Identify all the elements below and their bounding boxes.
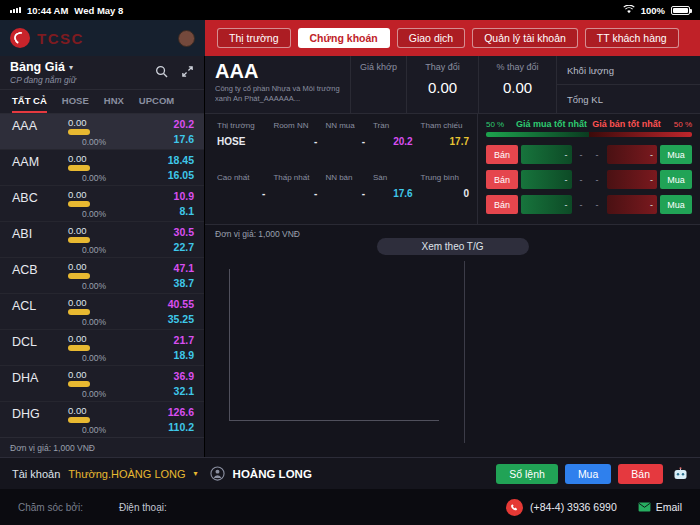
sell-button[interactable]: Bán	[486, 170, 518, 189]
ceiling-value: 20.2	[373, 136, 413, 147]
buy-volume: -	[521, 145, 572, 164]
order-book-button[interactable]: Sổ lệnh	[496, 464, 558, 484]
tab-giao-dich[interactable]: Giao dịch	[397, 28, 465, 48]
chart-x-axis	[229, 420, 439, 421]
ceiling-label: Trần	[373, 121, 413, 130]
buy-price: -	[575, 145, 588, 164]
tab-chung-khoan[interactable]: Chứng khoán	[298, 28, 390, 48]
status-bar: 10:44 AM Wed May 8 100%	[0, 0, 700, 20]
stock-floor-price: 32.1	[174, 385, 194, 397]
tab-tt-khach-hang[interactable]: TT khách hàng	[585, 28, 679, 48]
account-chevron-down-icon[interactable]: ▾	[194, 469, 198, 478]
sidebar-unit-note: Đơn vị giá: 1,000 VNĐ	[0, 437, 204, 457]
sell-price: -	[591, 195, 604, 214]
sell-button[interactable]: Bán	[486, 195, 518, 214]
buy-order-button[interactable]: Mua	[565, 464, 611, 484]
buy-button[interactable]: Mua	[660, 145, 692, 164]
user-name: HOÀNG LONG	[233, 468, 312, 480]
buy-button[interactable]: Mua	[660, 195, 692, 214]
holding-bar	[68, 381, 90, 387]
matched-price-label: Giá khớp	[360, 62, 397, 72]
chart-divider	[464, 261, 465, 443]
sell-order-button[interactable]: Bán	[618, 464, 663, 484]
detail-symbol: AAA	[215, 60, 340, 82]
stock-ceiling-price: 40.55	[168, 298, 194, 310]
buy-sell-pressure-bar	[486, 132, 692, 137]
filter-tab-upcom[interactable]: UPCOM	[139, 90, 174, 113]
filter-tab-hose[interactable]: HOSE	[62, 90, 89, 113]
stock-value: 0.00	[68, 153, 87, 164]
holding-bar	[68, 165, 90, 171]
buy-button[interactable]: Mua	[660, 170, 692, 189]
battery-icon	[671, 6, 690, 15]
info-grid: Thị trườngHOSE Room NN- NN mua- Trần20.2…	[205, 114, 477, 224]
stock-symbol: AAM	[12, 155, 60, 169]
stock-row-ACL[interactable]: ACL 0.000.00% 40.5535.25	[0, 294, 204, 330]
stock-floor-price: 110.2	[168, 421, 194, 433]
footer: Chăm sóc bởi: Điện thoại: (+84-4) 3936 6…	[0, 489, 700, 525]
stock-symbol: ACL	[12, 299, 60, 313]
chatbot-icon[interactable]	[673, 467, 688, 481]
stock-percent: 0.00%	[82, 245, 106, 255]
stock-ceiling-price: 21.7	[174, 334, 194, 346]
stock-value: 0.00	[68, 405, 87, 416]
stock-row-AAA[interactable]: AAA 0.000.00% 20.217.6	[0, 114, 204, 150]
filter-tab-hnx[interactable]: HNX	[104, 90, 124, 113]
price-board-title[interactable]: Bảng Giá	[10, 60, 65, 74]
content: Bảng Giá ▾ CP đang nắm giữ TẤT CẢ HOSE	[0, 56, 700, 457]
holding-bar	[68, 345, 90, 351]
phone-number[interactable]: (+84-4) 3936 6990	[530, 501, 617, 513]
chart-y-axis	[229, 269, 230, 421]
stock-value: 0.00	[68, 117, 87, 128]
avatar[interactable]	[178, 30, 195, 47]
buy-price: -	[575, 170, 588, 189]
care-label: Chăm sóc bởi:	[18, 502, 83, 513]
brand-name: TCSC	[37, 30, 84, 47]
sell-volume: -	[607, 145, 658, 164]
chevron-down-icon[interactable]: ▾	[69, 63, 73, 72]
stock-symbol: ABC	[12, 191, 60, 205]
price-board-subtitle: CP đang nắm giữ	[10, 75, 76, 85]
stock-row-ACB[interactable]: ACB 0.000.00% 47.138.7	[0, 258, 204, 294]
stock-row-DHG[interactable]: DHG 0.000.00% 126.6110.2	[0, 402, 204, 437]
change-value: 0.00	[428, 79, 457, 96]
stock-percent: 0.00%	[82, 389, 106, 399]
nn-sell-value: -	[325, 188, 365, 199]
order-book: 50 % Giá mua tốt nhất Giá bán tốt nhất 5…	[477, 114, 700, 224]
floor-label: Sàn	[373, 173, 413, 182]
buy-price: -	[575, 195, 588, 214]
tab-thi-truong[interactable]: Thị trường	[217, 28, 291, 48]
stock-row-DHA[interactable]: DHA 0.000.00% 36.932.1	[0, 366, 204, 402]
stock-percent: 0.00%	[82, 209, 106, 219]
stock-floor-price: 16.05	[168, 169, 194, 181]
expand-icon[interactable]	[181, 64, 194, 82]
brand-area: TCSC	[0, 20, 205, 56]
sidebar-header: Bảng Giá ▾ CP đang nắm giữ	[0, 56, 204, 90]
stock-ceiling-price: 126.6	[168, 406, 194, 418]
tab-quan-ly-tai-khoan[interactable]: Quản lý tài khoản	[472, 28, 578, 48]
stock-row-DCL[interactable]: DCL 0.000.00% 21.718.9	[0, 330, 204, 366]
search-icon[interactable]	[155, 64, 168, 82]
stock-ceiling-price: 47.1	[174, 262, 194, 274]
stock-row-ABC[interactable]: ABC 0.000.00% 10.98.1	[0, 186, 204, 222]
stock-symbol: DCL	[12, 335, 60, 349]
app-header: TCSC Thị trường Chứng khoán Giao dịch Qu…	[0, 20, 700, 56]
view-by-time-button[interactable]: Xem theo T/G	[376, 238, 528, 255]
company-name: Công ty cổ phần Nhựa và Môi trường xanh …	[215, 84, 340, 104]
stock-row-AAM[interactable]: AAM 0.000.00% 18.4516.05	[0, 150, 204, 186]
reference-value: 17.7	[421, 136, 469, 147]
stock-value: 0.00	[68, 225, 87, 236]
sell-button[interactable]: Bán	[486, 145, 518, 164]
phone-icon[interactable]	[506, 499, 523, 516]
account-selector[interactable]: Thường.HOÀNG LONG	[68, 468, 185, 480]
highest-value: -	[217, 188, 265, 199]
stock-percent: 0.00%	[82, 137, 106, 147]
email-link[interactable]: Email	[638, 501, 682, 513]
room-nn-label: Room NN	[273, 121, 317, 130]
stock-row-ABI[interactable]: ABI 0.000.00% 30.522.7	[0, 222, 204, 258]
average-label: Trung bình	[421, 173, 469, 182]
filter-tab-all[interactable]: TẤT CẢ	[12, 90, 47, 113]
order-book-row: Bán - - - - Mua	[486, 170, 692, 189]
floor-value: 17.6	[373, 188, 413, 199]
sell-percent: 50 %	[664, 120, 692, 129]
